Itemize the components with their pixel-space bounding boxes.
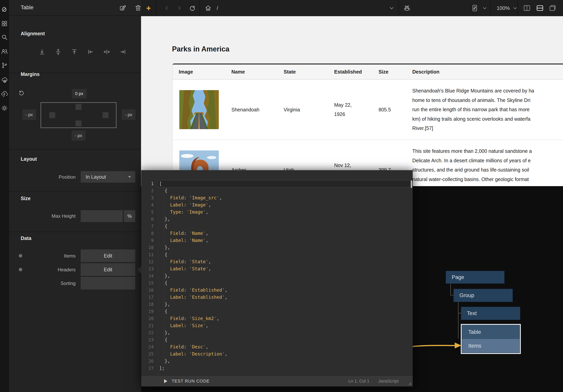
app-logo-icon[interactable] [1, 6, 8, 13]
rename-icon[interactable] [119, 4, 127, 12]
cloud-functions-icon[interactable] [1, 90, 8, 97]
code-line[interactable]: 15 { [141, 280, 413, 287]
editor-scrollbar[interactable] [411, 180, 412, 188]
column-header[interactable]: Description [412, 64, 563, 79]
split-rows-icon[interactable] [535, 0, 545, 16]
viewport-size-icon[interactable] [470, 0, 479, 16]
editor-footer: TEST RUN CODE Ln 1, Col 1 JavaScript [141, 376, 413, 386]
code-line[interactable]: 2 { [141, 187, 413, 194]
margin-left-value[interactable]: - px [22, 109, 36, 120]
items-edit-button[interactable]: Edit [81, 249, 135, 262]
nav-forward-icon[interactable] [175, 0, 184, 16]
code-line[interactable]: 27]; [141, 365, 413, 372]
margin-right-value[interactable]: - px [122, 109, 136, 120]
code-editor[interactable]: 1[2 {3 Field: 'Image_src',4 Label: 'Imag… [141, 170, 413, 376]
debug-icon[interactable] [402, 0, 412, 16]
code-line[interactable]: 8 Field: 'Name', [141, 230, 413, 237]
align-center-horizontal-icon[interactable] [103, 48, 110, 55]
zoom-level[interactable]: 100% [495, 0, 511, 16]
margins-section-label: Margins [21, 71, 40, 77]
resize-grip[interactable] [408, 381, 411, 385]
code-line[interactable]: 16 Field: 'Established', [141, 287, 413, 294]
margin-left-handle[interactable] [49, 112, 55, 118]
split-columns-icon[interactable] [522, 0, 532, 16]
url-dropdown-chevron-icon[interactable] [387, 0, 396, 16]
code-line[interactable]: 6 }, [141, 216, 413, 223]
description-line: This site features more than 2,000 natur… [412, 147, 532, 156]
park-size-cell: 805.5 [379, 80, 412, 139]
code-line[interactable]: 24 Field: 'Desc', [141, 343, 413, 351]
home-icon[interactable] [203, 0, 213, 16]
code-line[interactable]: 25 Label: 'Description', [141, 351, 413, 358]
margin-bottom-value[interactable]: - px [72, 130, 85, 141]
align-top-icon[interactable] [71, 48, 78, 55]
run-play-icon[interactable] [164, 379, 167, 383]
collaboration-icon[interactable] [1, 48, 8, 55]
code-line[interactable]: 17 Label: 'Established', [141, 294, 413, 301]
code-line[interactable]: 4 Label: 'Image', [141, 202, 413, 209]
code-line[interactable]: 13 Label: 'State', [141, 266, 413, 273]
selected-node-title: Table [21, 4, 34, 11]
column-header[interactable]: Established [334, 64, 379, 79]
settings-icon[interactable] [1, 105, 8, 111]
headers-edit-button[interactable]: Edit [81, 263, 135, 276]
test-run-code-button[interactable]: TEST RUN CODE [172, 379, 209, 384]
components-icon[interactable] [1, 20, 8, 27]
code-line[interactable]: 18 }, [141, 301, 413, 308]
code-line[interactable]: 21 Label: 'Size', [141, 322, 413, 329]
margin-top-handle[interactable] [76, 104, 81, 110]
park-description-cell: This site features more than 2,000 natur… [412, 140, 563, 186]
nav-back-icon[interactable] [162, 0, 171, 16]
headers-port-dot[interactable] [19, 268, 22, 271]
column-header[interactable]: State [284, 64, 334, 79]
align-center-vertical-icon[interactable] [55, 48, 62, 55]
url-path[interactable]: / [214, 0, 220, 16]
layout-section-label: Layout [21, 156, 37, 162]
code-line[interactable]: 22 }, [141, 329, 413, 336]
table-row[interactable]: Shenandoah Virginia May 22, 1926 805.5 S… [173, 80, 563, 140]
code-line[interactable]: 12 Field: 'State', [141, 258, 413, 266]
delete-icon[interactable] [135, 4, 142, 12]
code-line[interactable]: 9 Label: 'Name', [141, 237, 413, 244]
refresh-icon[interactable] [188, 0, 197, 16]
code-line[interactable]: 14 }, [141, 273, 413, 280]
cloud-services-icon[interactable] [1, 76, 8, 83]
description-line: km) of hiking trails along scenic overlo… [412, 114, 530, 124]
sorting-input[interactable] [81, 277, 135, 290]
code-line[interactable]: 23 { [141, 336, 413, 343]
align-left-icon[interactable] [87, 48, 94, 55]
description-line: structures, and the arid ground has life… [412, 165, 529, 175]
column-header[interactable]: Size [379, 64, 412, 79]
max-height-unit-button[interactable]: % [124, 210, 135, 222]
code-line[interactable]: 3 Field: 'Image_src', [141, 194, 413, 202]
column-header[interactable]: Name [231, 64, 284, 79]
code-line[interactable]: 5 Type: 'Image', [141, 209, 413, 216]
align-bottom-icon[interactable] [38, 48, 46, 55]
code-line[interactable]: 7 { [141, 223, 413, 230]
code-line[interactable]: 20 Field: 'Size_km2', [141, 315, 413, 322]
version-control-icon[interactable] [1, 62, 8, 69]
margin-top-value[interactable]: 0 px [72, 89, 87, 98]
add-node-button[interactable]: + [141, 0, 156, 16]
search-icon[interactable] [1, 34, 8, 40]
max-height-input[interactable] [81, 210, 123, 222]
park-name-cell: Shenandoah [231, 80, 284, 139]
position-select[interactable]: In Layout [81, 171, 135, 183]
position-label: Position [36, 174, 76, 180]
code-line[interactable]: 10 }, [141, 244, 413, 251]
park-description-cell: Shenandoah's Blue Ridge Mountains are co… [412, 80, 563, 139]
margin-right-handle[interactable] [102, 112, 108, 118]
code-line[interactable]: 11 { [141, 251, 413, 258]
margin-bottom-handle[interactable] [76, 120, 81, 126]
margins-reset-icon[interactable] [18, 90, 25, 96]
viewport-chevron-icon[interactable] [481, 0, 489, 16]
code-line[interactable]: 26 }, [141, 358, 413, 365]
code-line[interactable]: 19 { [141, 308, 413, 315]
stacked-windows-icon[interactable] [547, 0, 558, 16]
items-port-dot[interactable] [19, 254, 22, 257]
column-header[interactable]: Image [173, 64, 231, 79]
align-right-icon[interactable] [119, 48, 127, 55]
code-line[interactable]: 1[ [141, 180, 413, 187]
zoom-chevron-icon[interactable] [511, 0, 519, 16]
park-established-cell: May 22, 1926 [334, 100, 362, 119]
